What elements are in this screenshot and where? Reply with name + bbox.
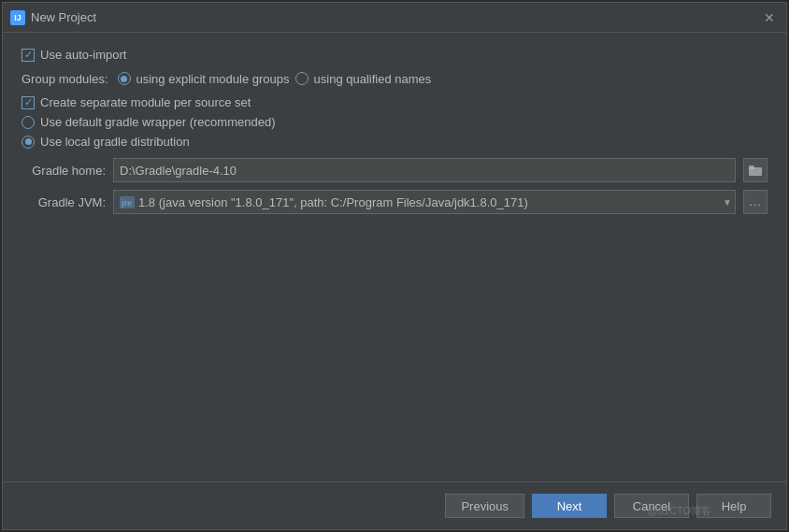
gradle-jvm-row: Gradle JVM: jre 1.8 (java version "1.8.0…	[22, 190, 767, 214]
default-wrapper-row: Use default gradle wrapper (recommended)	[22, 115, 767, 129]
gradle-home-label: Gradle home:	[22, 164, 106, 178]
default-wrapper-radio[interactable]	[22, 116, 35, 129]
gradle-jvm-value: 1.8 (java version "1.8.0_171", path: C:/…	[138, 195, 729, 209]
auto-import-checkbox[interactable]	[22, 49, 35, 62]
qualified-names-label: using qualified names	[314, 72, 432, 86]
group-modules-row: Group modules: using explicit module gro…	[22, 67, 767, 90]
separate-module-checkbox[interactable]	[22, 96, 35, 109]
gradle-jvm-label: Gradle JVM:	[22, 195, 106, 209]
new-project-dialog: IJ New Project ✕ Use auto-import Group m…	[2, 2, 787, 530]
explicit-module-groups-label: using explicit module groups	[136, 72, 290, 86]
dialog-title: New Project	[31, 10, 760, 24]
gradle-jvm-select-wrapper: jre 1.8 (java version "1.8.0_171", path:…	[113, 190, 736, 214]
gradle-home-row: Gradle home:	[22, 158, 767, 182]
gradle-home-input[interactable]	[113, 158, 736, 182]
separate-module-row: Create separate module per source set	[22, 95, 767, 109]
jvm-icon: jre	[120, 196, 135, 208]
auto-import-label: Use auto-import	[40, 48, 126, 62]
folder-icon	[749, 165, 762, 176]
previous-button[interactable]: Previous	[445, 494, 524, 518]
next-button[interactable]: Next	[532, 494, 607, 518]
local-gradle-label: Use local gradle distribution	[40, 135, 190, 149]
app-icon: IJ	[10, 10, 25, 25]
group-modules-label: Group modules:	[22, 72, 108, 86]
watermark: @51CTO博客	[648, 504, 711, 518]
dialog-content: Use auto-import Group modules: using exp…	[3, 33, 786, 482]
content-spacer	[22, 220, 767, 467]
qualified-names-radio[interactable]	[295, 72, 308, 85]
gradle-jvm-select[interactable]: jre 1.8 (java version "1.8.0_171", path:…	[113, 190, 736, 214]
title-bar: IJ New Project ✕	[3, 3, 786, 33]
local-gradle-row: Use local gradle distribution	[22, 135, 767, 149]
svg-text:jre: jre	[121, 198, 132, 208]
local-gradle-radio[interactable]	[22, 136, 35, 149]
auto-import-row: Use auto-import	[22, 48, 767, 62]
explicit-module-groups-radio[interactable]	[118, 72, 131, 85]
gradle-jvm-more-button[interactable]: ...	[743, 190, 767, 214]
separate-module-label: Create separate module per source set	[40, 95, 251, 109]
svg-rect-1	[749, 165, 754, 169]
gradle-home-folder-button[interactable]	[743, 158, 767, 182]
close-button[interactable]: ✕	[760, 8, 779, 27]
default-wrapper-label: Use default gradle wrapper (recommended)	[40, 115, 275, 129]
